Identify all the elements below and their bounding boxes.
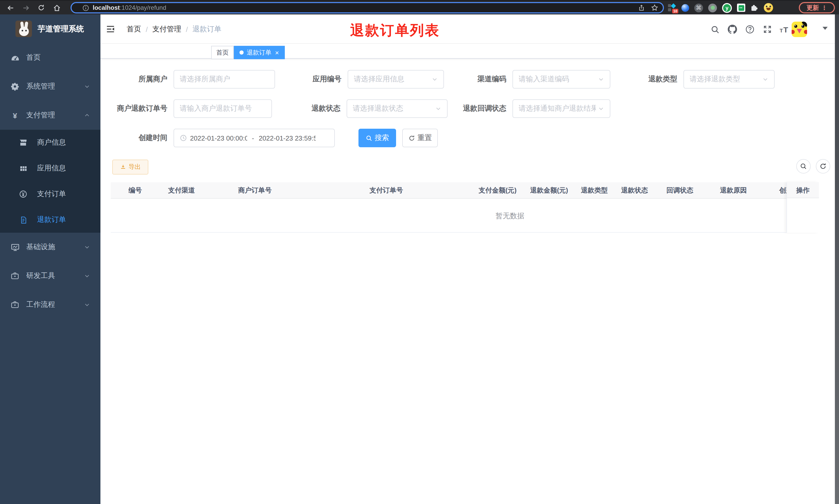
app-title: 芋道管理系统: [38, 24, 84, 34]
sidebar-subitem-label: 商户信息: [37, 138, 66, 147]
scrollbar[interactable]: [835, 14, 839, 504]
toggle-search-icon[interactable]: [796, 159, 811, 174]
profile-emoji-icon[interactable]: [764, 3, 773, 12]
tab-refund-order[interactable]: 退款订单×: [234, 46, 285, 59]
refund-table: 编号支付渠道商户订单号支付订单号支付金额(元)退款金额(元)退款类型退款状态回调…: [111, 182, 819, 233]
breadcrumb-separator: /: [186, 25, 188, 33]
url-bar[interactable]: localhost:1024/pay/refund: [71, 2, 664, 13]
sidebar-logo-row[interactable]: 芋道管理系统: [0, 14, 101, 43]
browser-extensions: 10 ⌘ y: [668, 1, 773, 15]
filter-label: 退款回调状态: [435, 104, 513, 113]
sidebar-item-label: 研发工具: [26, 271, 55, 281]
channel-code-input[interactable]: 请输入渠道编码: [513, 70, 610, 89]
site-info-icon[interactable]: [83, 4, 89, 11]
sidebar-subitem-pay-order[interactable]: 支付订单: [0, 181, 101, 207]
sidebar-item-system[interactable]: 系统管理: [0, 72, 101, 101]
sidebar-item-workflow[interactable]: 工作流程: [0, 290, 101, 319]
clock-icon: [180, 134, 187, 142]
refund-notify-status-input[interactable]: 请选择通知商户退款结果的回调状态: [513, 100, 610, 118]
table-column-header: 支付订单号: [306, 182, 466, 198]
browser-toolbar: localhost:1024/pay/refund 10 ⌘ y: [0, 0, 839, 14]
bookmark-star-icon[interactable]: [651, 4, 658, 11]
sidebar-subitem-app-info[interactable]: 应用信息: [0, 156, 101, 181]
tab-label: 退款订单: [247, 48, 271, 57]
browser-back-button[interactable]: [3, 1, 18, 15]
placeholder-text: 请选择应用信息: [354, 75, 430, 84]
url-path: :1024/pay/refund: [120, 4, 166, 11]
refresh-table-icon[interactable]: [816, 159, 830, 174]
merchant-refund-no-input[interactable]: 请输入商户退款订单号: [174, 100, 272, 118]
font-size-icon[interactable]: TT: [779, 25, 788, 34]
share-icon[interactable]: [638, 4, 645, 11]
filter-field-merchant: 所属商户请选择所属商户: [101, 70, 275, 89]
tab-label: 首页: [216, 48, 229, 57]
breadcrumb: 首页/支付管理/退款订单: [127, 14, 221, 44]
export-button[interactable]: 导出: [112, 160, 148, 175]
gear-icon: [10, 82, 20, 91]
sidebar-item-dev-tools[interactable]: 研发工具: [0, 262, 101, 290]
browser-reload-button[interactable]: [34, 1, 49, 15]
extensions-puzzle-icon[interactable]: [750, 4, 758, 12]
page-title-overlay: 退款订单列表: [350, 21, 440, 40]
sidebar-item-infrastructure[interactable]: 基础设施: [0, 233, 101, 262]
sidebar-item-pay[interactable]: ¥支付管理: [0, 101, 101, 130]
fullscreen-icon[interactable]: [763, 25, 772, 34]
extension-tampermonkey-icon[interactable]: 10: [668, 4, 676, 12]
filter-field-refund-type: 退款类型请选择退款类型: [600, 70, 774, 89]
sidebar-item-label: 系统管理: [26, 82, 55, 91]
chevron-down-icon: [84, 273, 90, 279]
avatar-caret-down-icon[interactable]: [822, 27, 828, 30]
extension-balloon-icon[interactable]: [681, 4, 689, 12]
sidebar-subitem-merchant-info[interactable]: 商户信息: [0, 130, 101, 156]
close-icon[interactable]: ×: [275, 49, 279, 56]
update-label: 更新: [806, 3, 819, 12]
github-icon[interactable]: [728, 25, 737, 34]
tags-view-bar: 首页退款订单×: [101, 44, 839, 59]
sidebar-item-label: 基础设施: [26, 242, 55, 252]
browser-forward-button[interactable]: [19, 1, 33, 15]
browser-menu-kebab-icon[interactable]: ⋮: [821, 5, 827, 11]
extension-recorder-icon[interactable]: [708, 3, 717, 12]
chevron-down-icon: [84, 302, 90, 308]
chevron-down-icon: [598, 106, 604, 112]
browser-home-button[interactable]: [50, 1, 64, 15]
sidebar-subitem-refund-order[interactable]: 退款订单: [0, 207, 101, 233]
date-range-input[interactable]: 2022-01-23 00:00:00 - 2022-01-23 23:59:5…: [174, 129, 335, 147]
header-search-icon[interactable]: [710, 25, 719, 34]
browser-update-button[interactable]: 更新 ⋮: [799, 2, 835, 13]
sidebar-subitem-label: 支付订单: [37, 190, 66, 199]
empty-state-text: 暂无数据: [496, 199, 524, 233]
sidebar-item-home[interactable]: 首页: [0, 43, 101, 72]
briefcase-icon: [10, 271, 20, 281]
filter-field-channel-code: 渠道编码请输入渠道编码: [435, 70, 610, 89]
user-avatar[interactable]: [792, 22, 807, 37]
filter-field-refund-status: 退款状态请选择退款状态: [268, 100, 448, 118]
merchant-input[interactable]: 请选择所属商户: [174, 70, 275, 89]
document-icon: [19, 216, 27, 224]
refund-status-input[interactable]: 请选择退款状态: [346, 100, 448, 118]
table-column-header: 操作: [787, 182, 819, 198]
search-button[interactable]: 搜索: [358, 129, 396, 147]
breadcrumb-item[interactable]: 支付管理: [153, 24, 181, 34]
date-start-value: 2022-01-23 00:00:00: [190, 134, 247, 142]
export-button-label: 导出: [128, 163, 141, 172]
extension-chat-icon[interactable]: [737, 4, 745, 12]
chevron-up-icon: [84, 112, 90, 119]
sidebar-subitem-label: 退款订单: [37, 215, 66, 224]
active-tab-dot: [239, 51, 244, 55]
monitor-icon: [10, 242, 20, 252]
refund-type-input[interactable]: 请选择退款类型: [683, 70, 774, 89]
sidebar-item-label: 工作流程: [26, 300, 55, 309]
breadcrumb-item[interactable]: 首页: [127, 24, 141, 34]
tab-home[interactable]: 首页: [211, 46, 234, 59]
extension-y-icon[interactable]: y: [722, 3, 732, 13]
app-no-input[interactable]: 请选择应用信息: [347, 70, 444, 89]
extension-command-icon[interactable]: ⌘: [694, 3, 703, 12]
table-column-header: 退款金额(元): [523, 182, 574, 198]
url-text: localhost:1024/pay/refund: [93, 4, 166, 11]
reset-button[interactable]: 重置: [402, 129, 438, 147]
help-question-icon[interactable]: [745, 25, 754, 34]
sidebar-collapse-icon[interactable]: [106, 24, 117, 34]
chevron-down-icon: [84, 244, 90, 250]
filter-field-merchant-refund-no: 商户退款订单号请输入商户退款订单号: [93, 100, 272, 118]
